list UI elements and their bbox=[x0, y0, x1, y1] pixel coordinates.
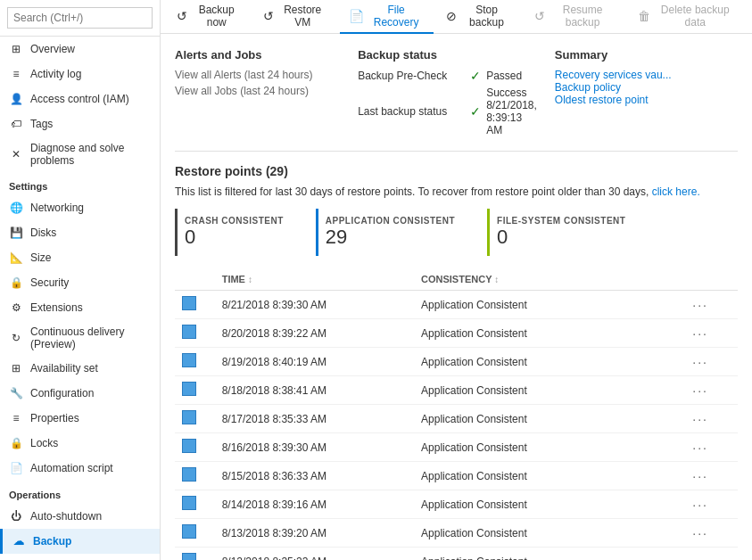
row-more-cell[interactable]: ··· bbox=[663, 490, 738, 519]
stop-backup-icon: ⊘ bbox=[446, 9, 457, 23]
sidebar-item-extensions[interactable]: ⚙ Extensions bbox=[0, 295, 160, 320]
summary-item-2[interactable]: Oldest restore point bbox=[555, 94, 720, 106]
sidebar-item-locks[interactable]: 🔒 Locks bbox=[0, 431, 160, 456]
resume-backup-icon: ↺ bbox=[534, 9, 545, 23]
table-row[interactable]: 8/13/2018 8:39:20 AM Application Consist… bbox=[175, 519, 738, 548]
table-row[interactable]: 8/21/2018 8:39:30 AM Application Consist… bbox=[175, 291, 738, 319]
row-time: 8/12/2018 8:35:22 AM bbox=[215, 548, 414, 561]
row-icon bbox=[182, 353, 196, 367]
row-icon bbox=[182, 382, 196, 396]
more-button[interactable]: ··· bbox=[692, 498, 708, 512]
row-more-cell[interactable]: ··· bbox=[663, 462, 738, 490]
sidebar-item-security[interactable]: 🔒 Security bbox=[0, 270, 160, 295]
sidebar-item-auto-shutdown[interactable]: ⏻ Auto-shutdown bbox=[0, 504, 160, 529]
row-more-cell[interactable]: ··· bbox=[663, 376, 738, 405]
last-backup-icon: ✓ bbox=[470, 104, 481, 119]
col-header-more bbox=[663, 268, 738, 291]
sidebar-item-access-control[interactable]: 👤 Access control (IAM) bbox=[0, 86, 160, 111]
row-icon bbox=[182, 524, 196, 539]
row-time: 8/15/2018 8:36:33 AM bbox=[215, 462, 414, 490]
diagnose-icon: ✕ bbox=[9, 147, 23, 161]
delete-backup-data-button[interactable]: 🗑 Delete backup data bbox=[629, 0, 745, 34]
more-button[interactable]: ··· bbox=[692, 383, 708, 398]
sidebar-item-networking[interactable]: 🌐 Networking bbox=[0, 195, 160, 220]
sidebar-item-disks[interactable]: 💾 Disks bbox=[0, 220, 160, 245]
sidebar-item-availability-set[interactable]: ⊞ Availability set bbox=[0, 356, 160, 381]
restore-points-title: Restore points (29) bbox=[175, 164, 738, 178]
last-backup-row: Last backup status ✓ Success 8/21/2018, … bbox=[358, 86, 537, 136]
sidebar-item-activity-log[interactable]: ≡ Activity log bbox=[0, 62, 160, 86]
search-input[interactable] bbox=[7, 7, 153, 29]
row-more-cell[interactable]: ··· bbox=[663, 433, 738, 462]
sidebar-item-configuration[interactable]: 🔧 Configuration bbox=[0, 381, 160, 406]
sidebar-item-diagnose[interactable]: ✕ Diagnose and solve problems bbox=[0, 136, 160, 172]
file-recovery-button[interactable]: 📄 File Recovery bbox=[340, 0, 434, 34]
sidebar-item-properties[interactable]: ≡ Properties bbox=[0, 406, 160, 431]
table-row[interactable]: 8/19/2018 8:40:19 AM Application Consist… bbox=[175, 348, 738, 376]
main-content: ↺ Backup now ↺ Restore VM 📄 File Recover… bbox=[161, 0, 752, 560]
locks-icon: 🔒 bbox=[9, 436, 23, 450]
row-more-cell[interactable]: ··· bbox=[663, 291, 738, 319]
crash-consistent-bar: CRASH CONSISTENT 0 bbox=[175, 209, 298, 256]
search-box[interactable] bbox=[0, 0, 160, 37]
table-row[interactable]: 8/14/2018 8:39:16 AM Application Consist… bbox=[175, 490, 738, 519]
row-icon bbox=[182, 296, 196, 310]
table-row[interactable]: 8/17/2018 8:35:33 AM Application Consist… bbox=[175, 405, 738, 433]
sidebar-item-tags[interactable]: 🏷 Tags bbox=[0, 111, 160, 136]
resume-backup-button[interactable]: ↺ Resume backup bbox=[525, 0, 626, 34]
restore-vm-icon: ↺ bbox=[263, 9, 274, 23]
row-more-cell[interactable]: ··· bbox=[663, 548, 738, 561]
row-icon bbox=[182, 325, 196, 339]
row-time: 8/20/2018 8:39:22 AM bbox=[215, 319, 414, 348]
sidebar-item-continuous-delivery[interactable]: ↻ Continuous delivery (Preview) bbox=[0, 320, 160, 356]
summary-item-1[interactable]: Backup policy bbox=[555, 81, 720, 94]
table-row[interactable]: 8/12/2018 8:35:22 AM Application Consist… bbox=[175, 548, 738, 561]
table-row[interactable]: 8/16/2018 8:39:30 AM Application Consist… bbox=[175, 433, 738, 462]
more-button[interactable]: ··· bbox=[692, 555, 708, 561]
restore-vm-button[interactable]: ↺ Restore VM bbox=[254, 0, 336, 34]
table-row[interactable]: 8/20/2018 8:39:22 AM Application Consist… bbox=[175, 319, 738, 348]
sidebar-item-size[interactable]: 📐 Size bbox=[0, 245, 160, 270]
more-button[interactable]: ··· bbox=[692, 412, 708, 426]
filter-link[interactable]: click here. bbox=[652, 185, 700, 198]
table-row[interactable]: 8/15/2018 8:36:33 AM Application Consist… bbox=[175, 462, 738, 490]
row-consistency: Application Consistent bbox=[414, 490, 663, 519]
sidebar-item-overview[interactable]: ⊞ Overview bbox=[0, 37, 160, 62]
row-consistency: Application Consistent bbox=[414, 405, 663, 433]
more-button[interactable]: ··· bbox=[692, 441, 708, 455]
access-control-icon: 👤 bbox=[9, 92, 23, 106]
sidebar-item-backup[interactable]: ☁ Backup bbox=[0, 529, 160, 554]
row-icon-cell bbox=[175, 490, 215, 519]
more-button[interactable]: ··· bbox=[692, 526, 708, 540]
row-time: 8/21/2018 8:39:30 AM bbox=[215, 291, 414, 319]
table-row[interactable]: 8/18/2018 8:38:41 AM Application Consist… bbox=[175, 376, 738, 405]
row-more-cell[interactable]: ··· bbox=[663, 405, 738, 433]
automation-script-icon: 📄 bbox=[9, 461, 23, 475]
view-jobs-link[interactable]: View all Jobs (last 24 hours) bbox=[175, 85, 340, 97]
sidebar-item-disaster-recovery[interactable]: 🔄 Disaster recovery bbox=[0, 554, 160, 560]
consistency-bars: CRASH CONSISTENT 0 APPLICATION CONSISTEN… bbox=[175, 209, 738, 256]
col-header-consistency[interactable]: CONSISTENCY ↕ bbox=[414, 268, 663, 291]
more-button[interactable]: ··· bbox=[692, 355, 708, 369]
sidebar-item-automation-script[interactable]: 📄 Automation script bbox=[0, 456, 160, 481]
row-more-cell[interactable]: ··· bbox=[663, 519, 738, 548]
col-header-time[interactable]: TIME ↕ bbox=[215, 268, 414, 291]
more-button[interactable]: ··· bbox=[692, 469, 708, 483]
settings-section-label: Settings bbox=[0, 172, 160, 195]
stop-backup-button[interactable]: ⊘ Stop backup bbox=[437, 0, 522, 34]
row-consistency: Application Consistent bbox=[414, 519, 663, 548]
file-recovery-icon: 📄 bbox=[349, 9, 364, 23]
summary-item-0[interactable]: Recovery services vau... bbox=[555, 69, 720, 81]
view-alerts-link[interactable]: View all Alerts (last 24 hours) bbox=[175, 69, 340, 81]
row-more-cell[interactable]: ··· bbox=[663, 319, 738, 348]
row-more-cell[interactable]: ··· bbox=[663, 348, 738, 376]
row-icon-cell bbox=[175, 462, 215, 490]
fs-consistent-value: 0 bbox=[497, 226, 625, 249]
alerts-jobs-title: Alerts and Jobs bbox=[175, 48, 340, 62]
row-time: 8/13/2018 8:39:20 AM bbox=[215, 519, 414, 548]
row-icon-cell bbox=[175, 376, 215, 405]
more-button[interactable]: ··· bbox=[692, 326, 708, 341]
delete-backup-data-icon: 🗑 bbox=[638, 9, 650, 23]
more-button[interactable]: ··· bbox=[692, 298, 708, 312]
backup-now-button[interactable]: ↺ Backup now bbox=[168, 0, 251, 34]
